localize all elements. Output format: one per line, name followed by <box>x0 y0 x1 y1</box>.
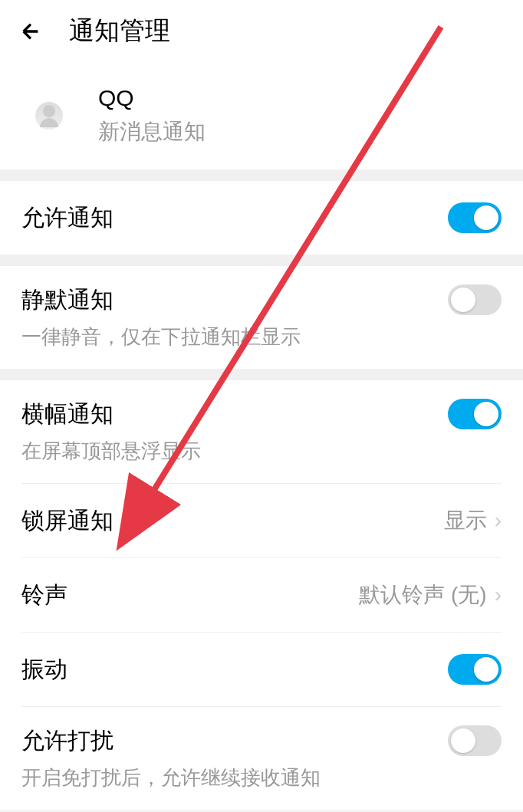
setting-value-container: 默认铃声 (无) › <box>359 580 502 610</box>
header: 通知管理 <box>0 0 523 62</box>
qq-icon <box>35 102 63 130</box>
setting-label: 振动 <box>21 654 67 685</box>
setting-label: 允许打扰 <box>21 725 321 757</box>
arrow-left-icon <box>18 19 43 44</box>
vibration-toggle[interactable] <box>448 654 502 685</box>
allow-disturb-row[interactable]: 允许打扰 开启免打扰后，允许继续接收通知 <box>0 707 523 810</box>
app-info-section: QQ 新消息通知 <box>0 62 523 169</box>
setting-content: 静默通知 一律静音，仅在下拉通知栏显示 <box>21 284 301 350</box>
section-divider <box>0 169 523 181</box>
setting-value-container: 显示 › <box>444 506 502 535</box>
app-icon-container <box>31 97 67 134</box>
setting-label: 允许通知 <box>21 202 113 234</box>
ringtone-row[interactable]: 铃声 默认铃声 (无) › <box>0 558 523 632</box>
setting-description: 在屏幕顶部悬浮显示 <box>21 438 201 465</box>
silent-notification-toggle[interactable] <box>448 284 502 315</box>
setting-value: 显示 <box>444 506 487 535</box>
allow-disturb-toggle[interactable] <box>448 725 502 756</box>
banner-notification-toggle[interactable] <box>448 399 502 429</box>
silent-notification-row[interactable]: 静默通知 一律静音，仅在下拉通知栏显示 <box>0 266 523 369</box>
app-details: QQ 新消息通知 <box>98 85 206 146</box>
setting-description: 一律静音，仅在下拉通知栏显示 <box>21 324 301 350</box>
section-divider <box>0 255 523 266</box>
setting-description: 开启免打扰后，允许继续接收通知 <box>21 764 321 791</box>
app-subtitle: 新消息通知 <box>98 117 206 146</box>
section-divider <box>0 369 523 380</box>
chevron-right-icon: › <box>495 508 502 533</box>
app-name: QQ <box>98 85 206 111</box>
vibration-row[interactable]: 振动 <box>0 633 523 706</box>
setting-label: 铃声 <box>21 580 67 611</box>
page-title: 通知管理 <box>69 14 170 48</box>
chevron-right-icon: › <box>495 583 502 607</box>
back-button[interactable] <box>15 16 46 47</box>
setting-label: 静默通知 <box>21 284 301 316</box>
allow-notification-row[interactable]: 允许通知 <box>0 181 523 255</box>
setting-label: 锁屏通知 <box>21 505 113 537</box>
setting-label: 横幅通知 <box>21 399 201 430</box>
setting-content: 横幅通知 在屏幕顶部悬浮显示 <box>21 399 201 465</box>
lock-screen-notification-row[interactable]: 锁屏通知 显示 › <box>0 484 523 557</box>
setting-content: 允许打扰 开启免打扰后，允许继续接收通知 <box>21 725 321 791</box>
banner-notification-row[interactable]: 横幅通知 在屏幕顶部悬浮显示 <box>0 380 523 483</box>
allow-notification-toggle[interactable] <box>448 202 502 233</box>
setting-value: 默认铃声 (无) <box>359 580 486 610</box>
